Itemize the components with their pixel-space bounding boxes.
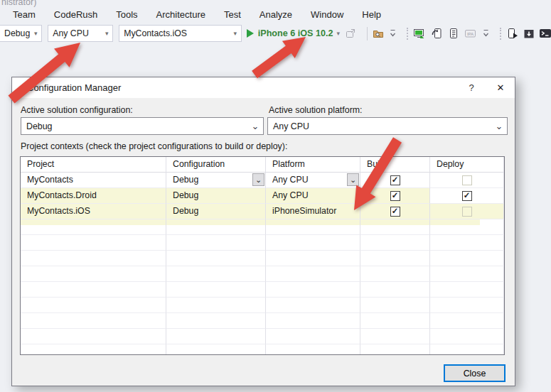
project-contexts-label: Project contexts (check the project conf… [21, 141, 287, 151]
column-header-project: Project [21, 157, 166, 173]
overflow-icon[interactable] [482, 28, 490, 39]
table-row-empty [21, 266, 504, 282]
checkbox-unchecked[interactable] [462, 175, 472, 185]
cell-dropdown-button[interactable]: ⌄ [347, 173, 359, 186]
phone-sync-icon[interactable] [431, 28, 443, 39]
column-header-platform: Platform [266, 157, 360, 173]
help-button[interactable]: ? [462, 77, 481, 98]
solution-platform-combo[interactable]: Any CPU ▾ [48, 25, 113, 42]
solution-configuration-value: Debug [0, 28, 30, 38]
empty-cell [360, 313, 430, 329]
cell-project: MyContacts.iOS [21, 204, 166, 219]
empty-cell [166, 251, 266, 266]
overflow-icon[interactable] [389, 28, 397, 39]
active-platform-value: Any CPU [268, 121, 491, 131]
cell-dropdown-button[interactable]: ⌄ [252, 173, 264, 186]
cell-project: MyContacts.Droid [21, 188, 166, 204]
empty-cell [266, 235, 360, 251]
console-icon[interactable] [540, 28, 551, 38]
empty-cell [430, 266, 504, 282]
phone-list-icon[interactable] [448, 28, 459, 39]
cell-platform: Any CPU [266, 188, 360, 204]
checkbox-checked[interactable]: ✓ [390, 191, 400, 201]
dotted-separator [402, 28, 408, 40]
cell-configuration-value: Debug [173, 206, 198, 216]
empty-cell [266, 219, 360, 235]
chevron-down-icon: ⌄ [255, 177, 262, 183]
empty-cell [21, 235, 166, 251]
checkbox-checked[interactable]: ✓ [390, 175, 400, 185]
empty-cell [266, 298, 360, 313]
empty-cell [430, 329, 504, 344]
empty-cell [266, 313, 360, 329]
run-button[interactable]: iPhone 6 iOS 10.2 ▾ [245, 28, 340, 38]
checkbox-unchecked[interactable] [462, 207, 472, 217]
chevron-down-icon: ⌄ [350, 177, 356, 183]
empty-cell [360, 298, 430, 313]
active-platform-combo[interactable]: Any CPU ⌄ [267, 117, 508, 135]
cell-deploy-checkbox: ✓ [430, 188, 504, 204]
table-header: ProjectConfigurationPlatformBuildDeploy [21, 157, 504, 173]
empty-cell [360, 251, 430, 266]
table-row: MyContacts.iOSDebugiPhoneSimulator✓ [21, 204, 504, 219]
close-button[interactable]: Close [444, 364, 505, 382]
check-icon: ✓ [464, 192, 471, 200]
cell-platform-value: Any CPU [272, 175, 309, 185]
dialog-titlebar[interactable]: Configuration Manager ? ✕ [12, 77, 515, 98]
table-row: MyContacts.DroidDebugAny CPU✓✓ [21, 188, 504, 204]
menu-item-test[interactable]: Test [215, 8, 250, 21]
active-configuration-value: Debug [21, 121, 247, 131]
menu-item-architecture[interactable]: Architecture [147, 8, 215, 21]
table-row-empty [21, 313, 504, 329]
menu-item-analyze[interactable]: Analyze [250, 8, 301, 21]
attach-disabled-icon[interactable] [345, 28, 356, 39]
cell-platform: Any CPU⌄ [266, 173, 360, 188]
menu-item-tools[interactable]: Tools [107, 8, 146, 21]
check-icon: ✓ [392, 176, 399, 185]
menu-item-help[interactable]: Help [353, 8, 390, 21]
menu-item-team[interactable]: Team [4, 8, 45, 21]
empty-cell [360, 282, 430, 298]
menu-item-window[interactable]: Window [301, 8, 353, 21]
toolbar-icons: IPA [340, 27, 551, 40]
empty-cell [266, 282, 360, 298]
empty-cell [360, 266, 430, 282]
search-folder-icon[interactable] [373, 28, 384, 39]
solution-configuration-combo[interactable]: Debug ▾ [0, 25, 42, 42]
empty-cell [21, 329, 166, 344]
empty-cell [430, 344, 504, 355]
empty-cell [21, 219, 166, 235]
archive-icon[interactable] [523, 28, 535, 39]
empty-cell [21, 298, 166, 313]
project-contexts-table: ProjectConfigurationPlatformBuildDeploy … [20, 156, 505, 355]
window-title-fragment: nistrator) [1, 0, 36, 7]
check-icon: ✓ [392, 192, 399, 200]
deploy-monitor-icon[interactable] [413, 28, 426, 39]
checkbox-checked[interactable]: ✓ [462, 191, 472, 201]
table-row-empty [21, 251, 504, 266]
checkbox-checked[interactable]: ✓ [390, 207, 400, 217]
cell-configuration: Debug [166, 204, 266, 219]
empty-cell [430, 219, 504, 235]
chevron-down-icon: ⌄ [247, 123, 263, 130]
empty-cell [266, 266, 360, 282]
empty-cell [430, 251, 504, 266]
menu-item-coderush[interactable]: CodeRush [45, 8, 107, 21]
ipa-disabled-icon[interactable]: IPA [464, 28, 477, 39]
cell-build-checkbox: ✓ [360, 173, 430, 188]
empty-cell [166, 266, 266, 282]
phone-play-icon[interactable] [506, 28, 518, 39]
active-configuration-label: Active solution configuration: [21, 105, 133, 115]
table-row-empty-highlight-tail [21, 219, 504, 235]
close-icon[interactable]: ✕ [490, 77, 511, 98]
empty-cell [166, 282, 266, 298]
empty-cell [266, 344, 360, 355]
cell-configuration: Debug [166, 188, 266, 204]
empty-cell [360, 235, 430, 251]
active-configuration-combo[interactable]: Debug ⌄ [21, 117, 264, 135]
separator [361, 27, 368, 40]
chevron-down-icon: ▾ [101, 30, 112, 37]
cell-project: MyContacts [21, 173, 166, 188]
cell-deploy-checkbox [430, 204, 504, 219]
startup-project-combo[interactable]: MyContacts.iOS ▾ [119, 25, 242, 42]
